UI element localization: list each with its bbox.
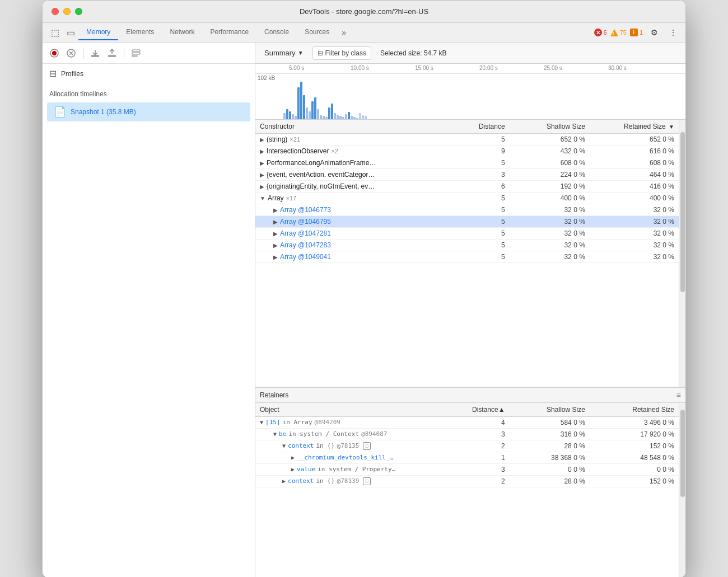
errors-badge: ✕ 6 [594,29,607,36]
main-area: ⊟ Profiles Allocation timelines 📄 Snapsh… [43,43,685,577]
collect-icon[interactable] [129,46,143,60]
table-row[interactable]: ▶ Array @1047281 5 32 0 % 32 0 % [255,228,679,240]
constructor-link[interactable]: Array @1046795 [280,218,331,226]
ret-col-retained[interactable]: Retained Size [590,403,679,417]
table-row[interactable]: ▶ (string) ×21 5 652 0 % 652 0 % [255,134,679,146]
filter-by-class-button[interactable]: ⊟ Filter by class [312,46,371,60]
content-toolbar: Summary ▼ ⊟ Filter by class Selected siz… [255,43,685,64]
distance-val: 5 [456,193,509,204]
ret-row[interactable]: ▼ [15] in Array @894209 4 58 [255,416,679,428]
constructor-name: (string) [267,135,287,143]
col-constructor[interactable]: Constructor [255,120,456,134]
close-button[interactable] [52,8,59,15]
constructor-link[interactable]: Array @1047281 [280,229,331,237]
tab-sources[interactable]: Sources [297,25,337,40]
ret-context: in Array [283,419,312,426]
ret-context: in system / Context [288,430,359,438]
retainers-header-bar: Retainers ≡ [255,387,685,403]
ruler-tick-4: 20.00 s [479,65,498,71]
ret-shallow: 38 368 0 % [510,452,590,463]
constructor-link[interactable]: Array @1047283 [280,241,331,249]
chart-bar [300,82,302,119]
expand-icon[interactable]: ▶ [273,231,278,237]
tab-console[interactable]: Console [256,25,297,40]
expand-icon[interactable]: ▶ [291,454,295,461]
load-icon[interactable] [88,46,102,60]
col-retained-size[interactable]: Retained Size ▼ [590,120,679,134]
expand-icon[interactable]: ▶ [273,242,278,248]
timeline-chart[interactable] [283,79,685,119]
ret-row[interactable]: ▶ __chromium_devtools_kill_… 1 38 368 0 … [255,452,679,463]
table-row[interactable]: ▶ {originatingEntity, noGtmEvent, ev… 6 … [255,181,679,193]
constructor-link[interactable]: Array @1049041 [280,253,331,261]
ret-col-shallow[interactable]: Shallow Size [510,403,590,417]
table-row[interactable]: ▶ PerformanceLongAnimationFrame… 5 608 0… [255,157,679,169]
chart-bar [342,117,344,119]
ret-col-distance[interactable]: Distance▲ [456,403,509,417]
col-shallow-size[interactable]: Shallow Size [510,120,590,134]
table-row-selected[interactable]: ▶ Array @1046795 5 32 0 % 32 0 % [255,216,679,228]
chart-bar [314,97,316,119]
chart-bar [295,116,297,119]
table-row[interactable]: ▶ {event, eventAction, eventCategor… 3 2… [255,169,679,181]
expand-icon[interactable]: ▶ [260,148,264,154]
ret-name: context [288,442,314,449]
expand-icon[interactable]: ▶ [273,254,278,260]
col-distance[interactable]: Distance [456,120,509,134]
expand-icon[interactable]: ▶ [273,207,278,213]
expand-icon[interactable]: ▼ [282,443,286,449]
collapse-icon[interactable]: ▼ [260,195,265,201]
upper-scrollbar[interactable] [679,120,685,387]
distance-val: 5 [456,240,509,251]
device-icon[interactable]: ▭ [63,25,78,40]
expand-icon[interactable]: ▶ [260,160,264,166]
tab-memory[interactable]: Memory [78,25,118,40]
ret-dist: 4 [456,416,509,428]
table-row[interactable]: ▶ Array @1049041 5 32 0 % 32 0 % [255,251,679,263]
expand-icon[interactable]: ▼ [273,431,277,437]
save-icon[interactable] [105,46,119,60]
settings-icon[interactable]: ⚙ [646,25,662,40]
chart-bar [297,87,300,119]
expand-icon[interactable]: ▶ [260,172,264,178]
tab-performance[interactable]: Performance [202,25,256,40]
scrollbar-thumb[interactable] [680,132,685,292]
table-row[interactable]: ▼ Array ×17 5 400 0 % 400 0 % [255,193,679,204]
minimize-button[interactable] [63,8,71,15]
tab-elements[interactable]: Elements [118,25,162,40]
expand-icon[interactable]: ▶ [282,478,286,484]
ret-row[interactable]: ▼ be in system / Context @894087 3 [255,428,679,440]
ret-row[interactable]: ▼ context in () @78135 ⬚ [255,440,679,452]
constructor-link[interactable]: Array @1046773 [280,206,331,214]
ret-row[interactable]: ▶ value in system / Property… 3 0 0 % [255,463,679,475]
maximize-button[interactable] [75,8,82,15]
timeline-area: 5.00 s 10.00 s 15.00 s 20.00 s 25.00 s 3… [255,64,685,120]
table-row[interactable]: ▶ IntersectionObserver ×2 9 432 0 % 616 … [255,146,679,157]
ret-col-object[interactable]: Object [255,403,456,417]
ret-ref: @894209 [315,419,340,426]
summary-dropdown[interactable]: Summary ▼ [260,46,308,59]
expand-icon[interactable]: ▶ [260,184,264,190]
record-icon[interactable] [47,46,62,60]
scrollbar-thumb[interactable] [680,410,685,497]
expand-icon[interactable]: ▶ [291,466,295,472]
shallow-val: 652 0 % [510,134,590,146]
clear-icon[interactable] [64,46,78,60]
lower-scrollbar[interactable] [679,403,685,577]
table-row[interactable]: ▶ Array @1047283 5 32 0 % 32 0 % [255,240,679,251]
retainers-content: Object Distance▲ Shallow Size Retained S… [255,403,679,577]
ret-retained: 152 0 % [590,440,679,452]
snapshot-item[interactable]: 📄 Snapshot 1 (35.8 MB) [47,102,250,121]
expand-icon[interactable]: ▼ [260,419,263,425]
inspector-icon[interactable]: ⬚ [47,25,63,40]
more-options-icon[interactable]: ⋮ [665,25,681,40]
expand-icon[interactable]: ▶ [273,219,278,225]
ret-row[interactable]: ▶ context in () @78139 ⬚ [255,475,679,487]
table-row[interactable]: ▶ Array @1046773 5 32 0 % 32 0 % [255,204,679,216]
shallow-val: 32 0 % [510,251,590,263]
ret-dist: 2 [456,440,509,452]
tab-network[interactable]: Network [162,25,202,40]
more-tabs-button[interactable]: » [337,26,351,39]
svg-point-1 [52,51,57,55]
expand-icon[interactable]: ▶ [260,137,264,143]
